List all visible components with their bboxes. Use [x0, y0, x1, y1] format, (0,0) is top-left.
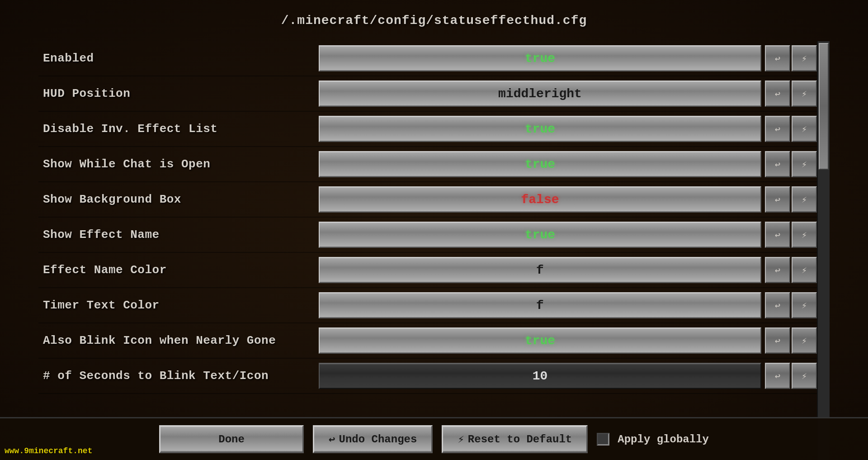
setting-label: Disable Inv. Effect List — [38, 122, 319, 136]
settings-area: Enabledtrue↩⚡HUD Positionmiddleright↩⚡Di… — [38, 41, 830, 460]
reset-row-button[interactable]: ⚡ — [792, 116, 817, 142]
reset-row-button[interactable]: ⚡ — [792, 186, 817, 213]
undo-row-button[interactable]: ↩ — [765, 186, 790, 213]
setting-row: # of Seconds to Blink Text/Icon10↩⚡ — [38, 359, 817, 394]
setting-label: Show Effect Name — [38, 228, 319, 242]
reset-button[interactable]: ⚡ Reset to Default — [442, 425, 588, 453]
setting-value-button[interactable]: true — [319, 116, 761, 142]
undo-row-button[interactable]: ↩ — [765, 257, 790, 283]
setting-value-button[interactable]: true — [319, 327, 761, 354]
reset-icon: ⚡ — [458, 433, 464, 446]
settings-list: Enabledtrue↩⚡HUD Positionmiddleright↩⚡Di… — [38, 41, 817, 460]
setting-label: HUD Position — [38, 87, 319, 100]
reset-row-button[interactable]: ⚡ — [792, 45, 817, 71]
reset-label: Reset to Default — [468, 433, 572, 446]
reset-row-button[interactable]: ⚡ — [792, 81, 817, 107]
setting-row: HUD Positionmiddleright↩⚡ — [38, 76, 817, 112]
row-side-buttons: ↩⚡ — [763, 222, 817, 248]
undo-row-button[interactable]: ↩ — [765, 116, 790, 142]
reset-row-button[interactable]: ⚡ — [792, 327, 817, 354]
setting-label: Enabled — [38, 52, 319, 65]
undo-row-button[interactable]: ↩ — [765, 222, 790, 248]
setting-value-button[interactable]: middleright — [319, 81, 761, 107]
setting-label: Also Blink Icon when Nearly Gone — [38, 334, 319, 347]
apply-globally-checkbox[interactable] — [597, 433, 609, 446]
row-side-buttons: ↩⚡ — [763, 151, 817, 177]
apply-globally-label: Apply globally — [618, 433, 709, 446]
setting-value-button[interactable]: true — [319, 222, 761, 248]
reset-row-button[interactable]: ⚡ — [792, 222, 817, 248]
row-side-buttons: ↩⚡ — [763, 45, 817, 71]
reset-row-button[interactable]: ⚡ — [792, 292, 817, 318]
setting-row: Show Background Boxfalse↩⚡ — [38, 182, 817, 218]
setting-value-button[interactable]: f — [319, 257, 761, 283]
setting-value-button[interactable]: true — [319, 45, 761, 71]
undo-row-button[interactable]: ↩ — [765, 363, 790, 389]
row-side-buttons: ↩⚡ — [763, 81, 817, 107]
undo-row-button[interactable]: ↩ — [765, 81, 790, 107]
undo-row-button[interactable]: ↩ — [765, 292, 790, 318]
setting-row: Enabledtrue↩⚡ — [38, 41, 817, 76]
setting-value-button[interactable]: f — [319, 292, 761, 318]
apply-globally-wrapper: Apply globally — [597, 433, 709, 446]
setting-label: Effect Name Color — [38, 263, 319, 277]
row-side-buttons: ↩⚡ — [763, 327, 817, 354]
reset-row-button[interactable]: ⚡ — [792, 257, 817, 283]
setting-label: Timer Text Color — [38, 299, 319, 312]
undo-row-button[interactable]: ↩ — [765, 45, 790, 71]
setting-value-button[interactable]: false — [319, 186, 761, 213]
undo-button[interactable]: ↩ Undo Changes — [313, 425, 433, 453]
row-side-buttons: ↩⚡ — [763, 257, 817, 283]
scrollbar[interactable] — [817, 41, 830, 460]
setting-row: Show Effect Nametrue↩⚡ — [38, 218, 817, 253]
setting-row: Timer Text Colorf↩⚡ — [38, 288, 817, 323]
row-side-buttons: ↩⚡ — [763, 292, 817, 318]
undo-row-button[interactable]: ↩ — [765, 151, 790, 177]
setting-label: Show While Chat is Open — [38, 157, 319, 171]
setting-row: Show While Chat is Opentrue↩⚡ — [38, 147, 817, 182]
row-side-buttons: ↩⚡ — [763, 116, 817, 142]
undo-row-button[interactable]: ↩ — [765, 327, 790, 354]
watermark: www.9minecraft.net — [5, 446, 92, 455]
undo-icon: ↩ — [329, 433, 335, 446]
setting-label: # of Seconds to Blink Text/Icon — [38, 369, 319, 383]
setting-row: Also Blink Icon when Nearly Gonetrue↩⚡ — [38, 323, 817, 359]
setting-row: Disable Inv. Effect Listtrue↩⚡ — [38, 112, 817, 147]
setting-row: Effect Name Colorf↩⚡ — [38, 253, 817, 288]
setting-label: Show Background Box — [38, 193, 319, 206]
row-side-buttons: ↩⚡ — [763, 363, 817, 389]
bottom-bar: Done ↩ Undo Changes ⚡ Reset to Default A… — [0, 417, 868, 460]
reset-row-button[interactable]: ⚡ — [792, 151, 817, 177]
page-title: /.minecraft/config/statuseffecthud.cfg — [281, 14, 587, 28]
scrollbar-thumb[interactable] — [819, 43, 829, 170]
row-side-buttons: ↩⚡ — [763, 186, 817, 213]
undo-label: Undo Changes — [339, 433, 417, 446]
reset-row-button[interactable]: ⚡ — [792, 363, 817, 389]
setting-value-button[interactable]: true — [319, 151, 761, 177]
done-button[interactable]: Done — [159, 425, 304, 453]
setting-value-button[interactable]: 10 — [319, 363, 761, 389]
